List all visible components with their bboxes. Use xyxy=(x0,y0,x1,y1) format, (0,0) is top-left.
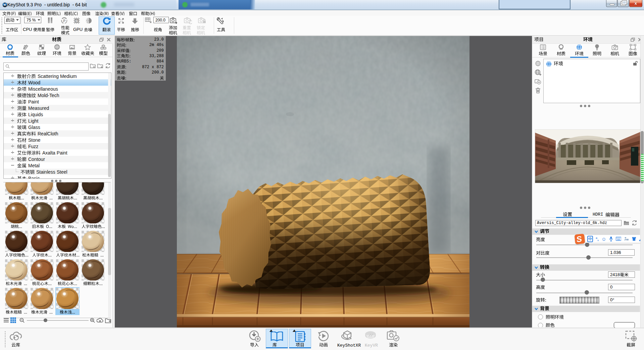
svg-text:P: P xyxy=(63,19,65,23)
svg-text:G: G xyxy=(76,19,78,23)
